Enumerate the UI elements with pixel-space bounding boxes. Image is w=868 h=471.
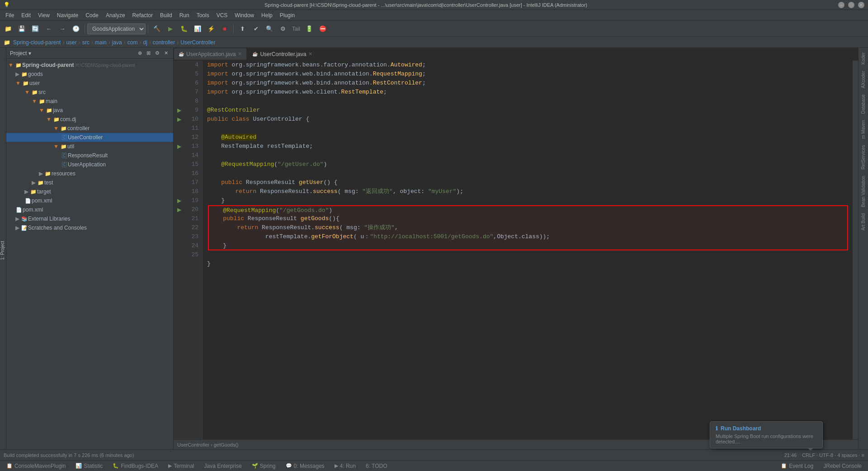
rsb-database[interactable]: Database	[860, 92, 867, 117]
tree-user[interactable]: ▼ 📁 user	[6, 79, 173, 88]
pom-root-icon: 📄	[15, 206, 23, 213]
extlibs-icon: 📚	[21, 215, 28, 222]
stop-btn[interactable]: ■	[218, 23, 231, 35]
vcs-commit-btn[interactable]: ✔	[250, 23, 262, 35]
java-icon-userapplication: ☕	[179, 52, 184, 57]
bottom-tab-javaent[interactable]: Java Enterprise	[199, 461, 246, 471]
menu-view[interactable]: View	[34, 11, 53, 19]
bottom-tab-statistic[interactable]: 📊 Statistic	[71, 461, 107, 471]
run-config-dropdown[interactable]: GoodsApplication	[87, 24, 146, 34]
tree-controller[interactable]: ▼ 📁 controller	[6, 124, 173, 133]
menu-window[interactable]: Window	[231, 11, 258, 19]
coverage-btn[interactable]: 📊	[191, 23, 204, 35]
debug-btn[interactable]: 🐛	[178, 23, 190, 35]
gutter-7	[174, 88, 184, 97]
minimize-button[interactable]: ─	[838, 2, 844, 8]
tab-close-userapplication[interactable]: ✕	[238, 51, 242, 57]
bottom-tab-spring[interactable]: 🌱 Spring	[247, 461, 280, 471]
settings-btn[interactable]: ⚙	[277, 23, 289, 35]
rsb-retservices[interactable]: RetServices	[860, 142, 867, 172]
rsb-koder[interactable]: Koder	[860, 50, 867, 67]
code-content[interactable]: ▶ ▶ ▶ ▶ ▶ 45678 9101112	[174, 61, 858, 439]
build-status: Build completed successfully in 7 s 226 …	[4, 452, 784, 458]
tab-userapplication[interactable]: ☕ UserApplication.java ✕	[174, 48, 247, 60]
tree-pom-root[interactable]: 📄 pom.xml	[6, 205, 173, 214]
project-structure-btn[interactable]: 📁	[2, 23, 14, 35]
menu-edit[interactable]: Edit	[18, 11, 34, 19]
profile-btn[interactable]: ⚡	[205, 23, 217, 35]
tree-util[interactable]: ▼ 📁 util	[6, 142, 173, 151]
bottom-tab-messages[interactable]: 💬 0: Messages	[281, 461, 329, 471]
build-btn[interactable]: 🔨	[151, 23, 163, 35]
menu-code[interactable]: Code	[82, 11, 102, 19]
bc-java[interactable]: java	[112, 39, 122, 46]
search-everywhere-btn[interactable]: 🔍	[263, 23, 276, 35]
panel-collapse-btn[interactable]: ⊕	[137, 49, 143, 57]
tree-test[interactable]: ▶ 📁 test	[6, 178, 173, 187]
bc-com[interactable]: com	[127, 39, 138, 46]
tree-goods[interactable]: ▶ 📁 goods	[6, 70, 173, 79]
code-editor[interactable]: import org.springframework.beans.factory…	[203, 61, 853, 439]
menu-tools[interactable]: Tools	[193, 11, 213, 19]
menu-plugin[interactable]: Plugin	[276, 11, 298, 19]
menu-navigate[interactable]: Navigate	[53, 11, 82, 19]
menu-help[interactable]: Help	[258, 11, 276, 19]
power-save-btn[interactable]: 🔋	[303, 23, 316, 35]
rsb-bean-validation[interactable]: Bean Validation	[860, 173, 867, 210]
maximize-button[interactable]: □	[848, 2, 854, 8]
menu-refactor[interactable]: Refactor	[129, 11, 156, 19]
bottom-tab-run[interactable]: ▶ 4: Run	[330, 461, 360, 471]
bottom-tab-jrebel[interactable]: JRebel Console	[819, 461, 866, 471]
gutter-10: ▶	[174, 115, 184, 124]
bc-controller[interactable]: controller	[153, 39, 175, 46]
tree-userapplication[interactable]: 🇨 UserApplication	[6, 160, 173, 169]
menu-build[interactable]: Build	[156, 11, 176, 19]
tab-close-usercontroller[interactable]: ✕	[308, 51, 312, 57]
no-power-btn[interactable]: ⛔	[316, 23, 329, 35]
vcs-update-btn[interactable]: ⬆	[236, 23, 249, 35]
rsb-art-build[interactable]: Art Build	[860, 211, 867, 233]
tree-target[interactable]: ▶ 📁 target	[6, 187, 173, 196]
rsb-axcoder[interactable]: AXcoder	[860, 68, 867, 91]
rsb-maven[interactable]: m Maven	[860, 118, 867, 141]
bc-spring-cloud-parent[interactable]: Spring-cloud-parent	[13, 39, 61, 46]
back-btn[interactable]: ←	[42, 23, 55, 35]
close-button[interactable]: ✕	[858, 2, 864, 8]
panel-gear-btn[interactable]: ⚙	[154, 49, 161, 57]
tree-java[interactable]: ▼ 📁 java	[6, 106, 173, 115]
recent-btn[interactable]: 🕐	[70, 23, 82, 35]
bc-src[interactable]: src	[82, 39, 90, 46]
tree-scratches[interactable]: ▶ 📝 Scratches and Consoles	[6, 223, 173, 232]
run-btn[interactable]: ▶	[164, 23, 177, 35]
tree-resources[interactable]: ▶ 📁 resources	[6, 169, 173, 178]
bottom-tab-eventlog[interactable]: 📋 Event Log	[776, 461, 818, 471]
scrollbar[interactable]	[853, 61, 858, 439]
menu-run[interactable]: Run	[176, 11, 193, 19]
panel-settings-btn[interactable]: ⊞	[145, 49, 152, 57]
tree-usercontroller[interactable]: 🇨 UserController	[6, 133, 173, 142]
tree-src[interactable]: ▼ 📁 src	[6, 88, 173, 97]
menu-analyze[interactable]: Analyze	[102, 11, 129, 19]
tree-spring-cloud-parent[interactable]: ▼ 📁 Spring-cloud-parent H:\CSDN\Spring-c…	[6, 61, 173, 70]
sync-btn[interactable]: 🔄	[29, 23, 42, 35]
tree-com-dj[interactable]: ▼ 📁 com.dj	[6, 115, 173, 124]
bottom-tab-consolemaven[interactable]: 📋 ConsoleMavenPlugin	[2, 461, 70, 471]
forward-btn[interactable]: →	[56, 23, 69, 35]
tree-responseresult[interactable]: 🇨 ResponseResult	[6, 151, 173, 160]
bottom-tab-terminal[interactable]: ▶ Terminal	[164, 461, 198, 471]
menu-vcs[interactable]: VCS	[213, 11, 231, 19]
tree-pom-user[interactable]: 📄 pom.xml	[6, 196, 173, 205]
save-btn[interactable]: 💾	[15, 23, 28, 35]
project-tab[interactable]: 1: Project	[0, 237, 6, 264]
bc-user[interactable]: user	[66, 39, 76, 46]
tree-external-libs[interactable]: ▶ 📚 External Libraries	[6, 214, 173, 223]
bc-main[interactable]: main	[95, 39, 107, 46]
panel-close-btn[interactable]: ✕	[163, 49, 170, 57]
tree-main[interactable]: ▼ 📁 main	[6, 97, 173, 106]
bc-dj[interactable]: dj	[143, 39, 147, 46]
menu-file[interactable]: File	[2, 11, 18, 19]
bc-usercontroller[interactable]: UserController	[180, 39, 215, 46]
bottom-tab-findbugs[interactable]: 🐛 FindBugs-IDEA	[108, 461, 163, 471]
tab-usercontroller[interactable]: ☕ UserController.java ✕	[247, 48, 317, 60]
bottom-tab-todo[interactable]: 6: TODO	[361, 461, 392, 471]
